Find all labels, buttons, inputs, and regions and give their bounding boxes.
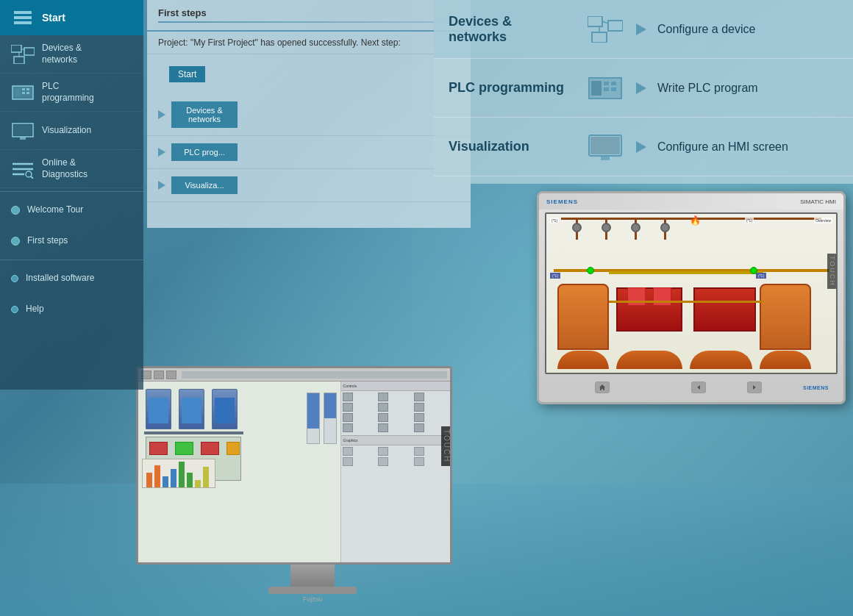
scada-content: Controls [138,382,450,562]
left-panel-header[interactable]: Start [0,0,143,35]
first-steps-title: First steps [158,7,207,18]
center-menu-plc[interactable]: PLC prog... [147,136,471,169]
workflow-viz-title-text: Visualization [449,139,574,154]
monitor-screen: Controls [136,366,452,565]
svg-rect-10 [22,88,25,90]
project-status-line: Project: "My First Project" has opened s… [147,32,471,54]
workflow-arrow-plc [636,82,646,94]
workflow-arrow-viz [636,141,646,153]
svg-rect-4 [24,48,35,55]
hmi-top-bar: SIEMENS SIMATIC HMI [539,193,843,209]
monitor-brand: Fujitsu [136,595,489,603]
center-devices-box: Devices &networks [171,101,238,128]
svg-rect-35 [601,156,610,160]
workflow-plc-icon [585,71,625,104]
svg-line-25 [602,21,608,24]
arrow-plc [158,148,165,157]
hmi-device: SIEMENS SIMATIC HMI [537,191,846,404]
menu-item-plc[interactable]: PLCprogramming [0,74,143,112]
svg-marker-37 [697,385,700,390]
center-menu-viz[interactable]: Visualiza... [147,169,471,202]
start-button[interactable]: Start [169,66,205,82]
workflow-plc-title-text: PLC programming [449,80,574,96]
menu-item-diag-label: Online &Diagnostics [42,157,88,180]
workflow-row-viz[interactable]: Visualization Configure an HMI screen [434,118,853,176]
center-plc-box: PLC prog... [171,143,238,161]
menu-item-visualization[interactable]: Visualization [0,112,143,150]
visualization-icon [11,119,35,143]
svg-rect-30 [604,87,609,91]
menu-item-welcome-tour[interactable]: Welcome Tour [0,195,143,226]
hmi-brand: SIEMENS [546,198,578,205]
svg-rect-16 [20,137,26,140]
scada-toolbox: Controls [341,382,450,562]
welcome-tour-label: Welcome Tour [27,204,83,216]
installed-label: Installed software [26,273,94,284]
svg-marker-36 [599,384,605,390]
svg-rect-13 [26,92,29,94]
svg-rect-1 [14,16,32,19]
hmi-panel: SIEMENS SIMATIC HMI [537,191,853,419]
scada-toolbar [138,368,450,382]
installed-icon [11,275,18,282]
hmi-nav-home[interactable] [595,382,610,393]
right-panel: Devices & networks Configure a device PL… [434,0,853,184]
center-menu-devices[interactable]: Devices &networks [147,94,471,136]
workflow-action-devices: Configure a device [657,23,755,36]
tb-btn-3 [166,370,176,379]
menu-item-plc-label: PLCprogramming [42,81,94,104]
arrow-devices [158,110,165,119]
workflow-row-devices[interactable]: Devices & networks Configure a device [434,0,853,59]
menu-item-viz-label: Visualization [42,125,91,137]
menu-item-devices[interactable]: Devices &networks [0,35,143,74]
workflow-devices-title-line2: networks [449,29,574,45]
hmi-nav-back[interactable] [691,382,706,393]
help-icon [11,306,18,313]
svg-rect-3 [11,45,21,52]
first-steps-label: First steps [27,235,68,247]
arrow-viz [158,181,165,190]
svg-rect-31 [611,82,616,85]
plc-icon [11,81,35,104]
bullet-icon-2 [11,237,20,246]
workflow-viz-icon [585,130,625,163]
hmi-bottom-bar: SIEMENS [539,377,843,398]
separator-2 [0,259,143,260]
svg-line-21 [31,176,33,179]
tb-btn-2 [154,370,164,379]
workflow-devices-icon [585,12,625,46]
hmi-nav-forward[interactable] [747,382,762,393]
scada-process-view [138,382,341,562]
menu-item-first-steps[interactable]: First steps [0,226,143,257]
workflow-devices-title: Devices & networks [449,14,574,45]
svg-rect-11 [22,92,25,94]
svg-rect-9 [15,88,21,97]
monitor-area: Controls [136,366,489,601]
svg-rect-28 [591,81,602,96]
network-icon [11,43,35,66]
svg-rect-2 [14,21,32,24]
workflow-devices-title-line1: Devices & [449,14,574,29]
svg-rect-12 [26,88,29,90]
svg-rect-15 [14,125,32,135]
separator-1 [0,191,143,192]
workflow-plc-title: PLC programming [449,80,574,96]
svg-rect-5 [14,57,24,64]
svg-rect-0 [14,11,32,14]
svg-rect-22 [588,16,602,26]
hmi-screen-content: 🔥 (*1) (*1) Overview (*1) (*1) [546,214,836,373]
help-label: Help [26,304,44,315]
svg-point-20 [26,171,32,177]
workflow-row-plc[interactable]: PLC programming Write PLC program [434,59,853,118]
svg-marker-38 [753,385,756,390]
bullet-icon [11,206,20,215]
svg-rect-34 [590,137,620,154]
left-panel: Start Devices &networks PLCp [0,0,143,390]
first-steps-header: First steps [147,0,471,32]
monitor-inner: Controls [138,368,450,562]
hmi-screen: 🔥 (*1) (*1) Overview (*1) (*1) TOUCH [545,212,838,374]
menu-item-diagnostics[interactable]: Online &Diagnostics [0,150,143,188]
project-status-text: Project: "My First Project" has opened s… [158,37,401,48]
menu-item-installed[interactable]: Installed software [0,263,143,294]
menu-item-help[interactable]: Help [0,294,143,325]
